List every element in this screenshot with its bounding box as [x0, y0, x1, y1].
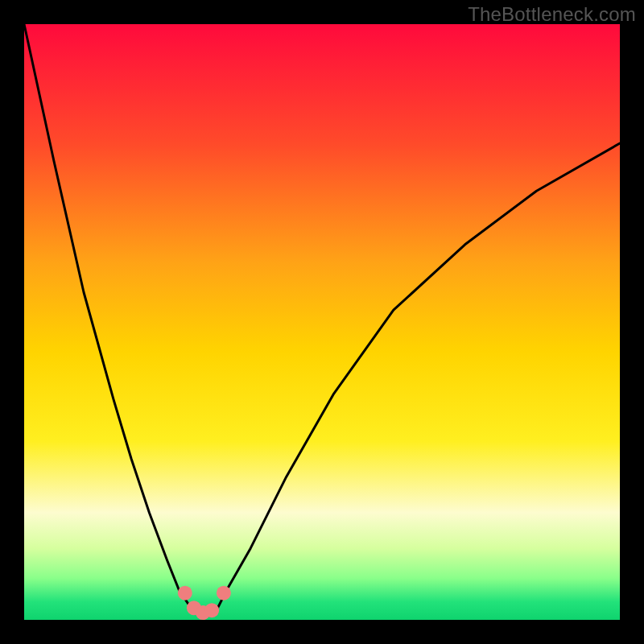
curve-marker: [217, 586, 231, 601]
curve-marker: [204, 603, 219, 617]
watermark-text: TheBottleneck.com: [468, 3, 636, 26]
curve-marker: [178, 586, 192, 601]
chart-svg: [0, 0, 644, 644]
chart-container: TheBottleneck.com: [0, 0, 644, 644]
plot-background: [24, 24, 620, 620]
